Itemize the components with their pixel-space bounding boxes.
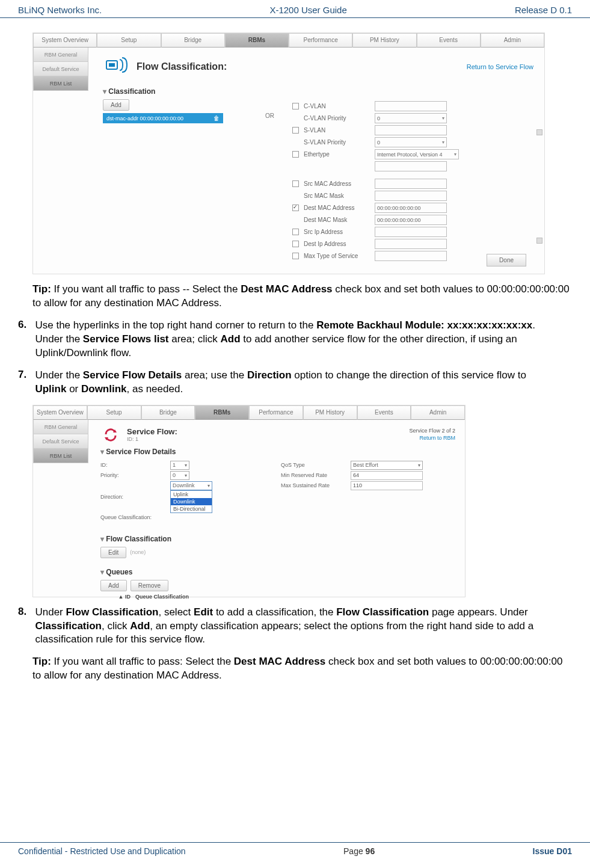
min-reserved-input[interactable] [351, 471, 423, 480]
return-link[interactable]: Return to Service Flow [467, 63, 533, 70]
cvlan-label: C-VLAN [304, 103, 370, 109]
queue-remove-button[interactable]: Remove [131, 580, 168, 591]
srcmac-input[interactable] [375, 179, 447, 189]
scroll-down-icon[interactable] [536, 238, 542, 244]
cvlan-input[interactable] [375, 101, 447, 111]
footer-issue: Issue D01 [533, 846, 572, 856]
dstmask-input[interactable] [375, 215, 447, 225]
id-select[interactable]: 1 [170, 461, 189, 470]
sidebar: RBM General Default Service RBM List [33, 48, 88, 91]
return-to-rbm-link[interactable]: Return to RBM [409, 435, 455, 442]
direction-option-uplink[interactable]: Uplink [171, 491, 212, 498]
direction-dropdown[interactable]: Uplink Downlink Bi-Directional [170, 490, 212, 513]
flow-counter: Service Flow 2 of 2 [409, 428, 455, 435]
tab-system-overview-2[interactable]: System Overview [33, 405, 87, 420]
sidebar-rbm-list-2[interactable]: RBM List [33, 449, 88, 463]
direction-option-downlink[interactable]: Downlink [171, 498, 212, 505]
sidebar-rbm-general-2[interactable]: RBM General [33, 420, 88, 434]
svg-rect-1 [109, 63, 115, 67]
tab-events[interactable]: Events [417, 33, 481, 48]
tab-admin[interactable]: Admin [481, 33, 544, 48]
srcip-label: Src Ip Address [304, 229, 370, 235]
add-button[interactable]: Add [103, 99, 129, 111]
section-classification: Classification [103, 87, 533, 96]
queue-header: Queue Classification [135, 594, 189, 600]
header-center: X-1200 User Guide [269, 5, 346, 15]
ethertype-select[interactable]: Internet Protocol, Version 4 [375, 149, 459, 159]
srcmask-input[interactable] [375, 191, 447, 201]
dstip-input[interactable] [375, 239, 447, 249]
screenshot-flow-classification: System Overview Setup Bridge RBMs Perfor… [32, 32, 545, 274]
footer-page: Page 96 [343, 846, 375, 856]
tab-strip: System Overview Setup Bridge RBMs Perfor… [33, 33, 544, 48]
tab-rbms[interactable]: RBMs [225, 33, 289, 48]
page-header: BLiNQ Networks Inc. X-1200 User Guide Re… [0, 0, 590, 18]
tab-events-2[interactable]: Events [357, 405, 411, 420]
step-6: 6. Use the hyperlinks in the top right h… [18, 319, 572, 360]
ethertype-extra-input[interactable] [375, 161, 447, 171]
selected-rule[interactable]: dst-mac-addr 00:00:00:00:00:00 🗑 [103, 113, 223, 123]
scrollbar[interactable] [536, 129, 542, 244]
svlan-priority-select[interactable]: 0 [375, 137, 447, 147]
tab-system-overview[interactable]: System Overview [33, 33, 97, 48]
qos-select[interactable]: Best Effort [351, 461, 423, 470]
direction-option-bidir[interactable]: Bi-Directional [171, 505, 212, 512]
queue-add-button[interactable]: Add [100, 580, 127, 591]
svlan-checkbox[interactable] [292, 127, 299, 134]
maxtos-input[interactable] [375, 251, 447, 261]
tab-bridge[interactable]: Bridge [161, 33, 225, 48]
tab-bridge-2[interactable]: Bridge [141, 405, 195, 420]
direction-select[interactable]: Downlink [170, 481, 212, 490]
priority-select[interactable]: 0 [170, 471, 189, 480]
sidebar-rbm-list[interactable]: RBM List [33, 76, 88, 91]
none-label: (none) [130, 549, 146, 555]
tab-performance[interactable]: Performance [289, 33, 352, 48]
service-flow-title: Service Flow: [127, 427, 177, 436]
tip-2: Tip: If you want all traffic to pass: Se… [32, 655, 572, 683]
srcip-input[interactable] [375, 227, 447, 237]
cvlan-checkbox[interactable] [292, 103, 299, 109]
tab-admin-2[interactable]: Admin [411, 405, 465, 420]
scroll-up-icon[interactable] [536, 129, 542, 135]
refresh-icon [100, 425, 121, 445]
page-title: Flow Classification: [137, 61, 227, 72]
header-left: BLiNQ Networks Inc. [18, 5, 102, 15]
tab-performance-2[interactable]: Performance [249, 405, 303, 420]
cvlan-priority-select[interactable]: 0 [375, 113, 447, 123]
srcip-checkbox[interactable] [292, 229, 299, 235]
tab-rbms-2[interactable]: RBMs [195, 405, 249, 420]
sidebar-default-service-2[interactable]: Default Service [33, 434, 88, 449]
srcmac-checkbox[interactable] [292, 180, 299, 187]
section-flow-class: Flow Classification [100, 535, 455, 543]
tip-1: Tip: If you want all traffic to pass -- … [32, 283, 572, 310]
tab-setup[interactable]: Setup [97, 33, 161, 48]
ethertype-checkbox[interactable] [292, 151, 299, 158]
rule-text: dst-mac-addr 00:00:00:00:00:00 [106, 115, 183, 122]
delete-rule-icon[interactable]: 🗑 [214, 115, 220, 122]
dstip-label: Dest Ip Address [304, 241, 370, 247]
ethertype-label: Ethertype [304, 151, 370, 158]
section-queues: Queues [100, 568, 455, 576]
tab-pm-history-2[interactable]: PM History [303, 405, 357, 420]
dstip-checkbox[interactable] [292, 241, 299, 247]
srcmac-label: Src MAC Address [304, 180, 370, 187]
svlan-label: S-VLAN [304, 127, 370, 134]
svlan-input[interactable] [375, 125, 447, 135]
dstmac-input[interactable] [375, 203, 447, 213]
max-sustained-input[interactable] [351, 481, 423, 490]
tab-pm-history[interactable]: PM History [352, 33, 416, 48]
screenshot-service-flow: System Overview Setup Bridge RBMs Perfor… [32, 405, 466, 597]
edit-button[interactable]: Edit [100, 547, 126, 558]
dstmac-checkbox[interactable] [292, 205, 299, 211]
maxtos-checkbox[interactable] [292, 253, 299, 259]
sidebar-rbm-general[interactable]: RBM General [33, 48, 88, 62]
sidebar-default-service[interactable]: Default Service [33, 62, 88, 76]
or-label: OR [265, 99, 274, 263]
step-8: 8. Under Flow Classification, select Edi… [18, 606, 572, 647]
footer-left: Confidential - Restricted Use and Duplic… [18, 846, 186, 856]
header-right: Release D 0.1 [515, 5, 572, 15]
done-button[interactable]: Done [487, 254, 526, 266]
section-sf-details: Service Flow Details [100, 448, 455, 456]
dstmask-label: Dest MAC Mask [304, 217, 370, 223]
tab-setup-2[interactable]: Setup [87, 405, 141, 420]
